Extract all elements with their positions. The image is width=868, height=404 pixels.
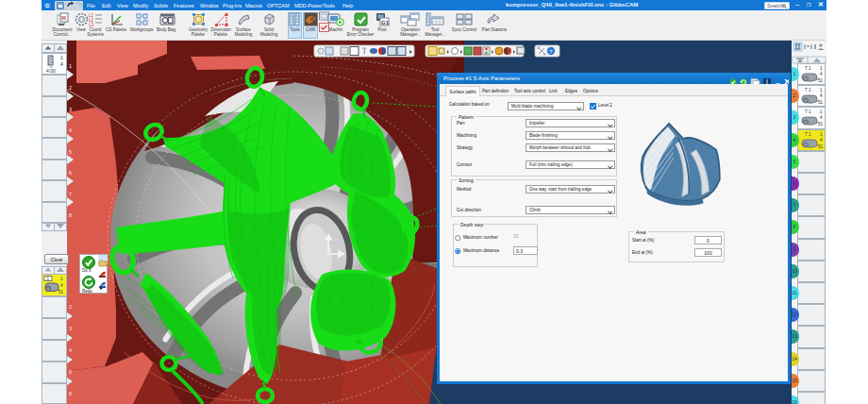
svg-text:L3: L3 [89,23,94,26]
svg-text:1: 1 [69,63,72,69]
svg-text:4: 4 [820,115,823,120]
svg-text:1: 1 [60,55,63,60]
svg-text:T 1: T 1 [805,109,811,114]
svg-text:2: 2 [69,304,72,310]
svg-text:1: 1 [820,66,823,71]
svg-text:4: 4 [820,72,823,76]
svg-text:51: 51 [818,78,824,83]
svg-text:4: 4 [69,127,72,133]
svg-text:1: 1 [820,88,823,93]
svg-text:3: 3 [69,107,72,112]
svg-text:T 1: T 1 [805,88,811,93]
svg-text:G1: G1 [381,20,390,25]
svg-text:5: 5 [69,149,72,155]
svg-text:4: 4 [60,283,63,288]
svg-text:6: 6 [69,170,72,176]
svg-text:4:00: 4:00 [46,68,56,74]
svg-text:T 1: T 1 [805,66,811,71]
svg-text:51: 51 [58,290,64,295]
svg-text:51: 51 [818,122,824,126]
svg-text:2: 2 [69,85,72,91]
svg-text:4: 4 [60,61,63,67]
svg-text:5: 5 [69,369,72,375]
svg-text:1: 1 [820,131,823,136]
svg-text:4: 4 [820,138,823,143]
svg-text:4: 4 [820,93,823,98]
svg-text:T 1: T 1 [805,131,811,136]
svg-text:51: 51 [818,100,824,105]
svg-text:7: 7 [69,192,72,197]
svg-text:6: 6 [69,391,72,396]
svg-text:1: 1 [820,109,823,114]
svg-text:3: 3 [69,326,72,331]
svg-text:4: 4 [69,347,72,353]
svg-text:51: 51 [818,144,824,149]
svg-text:1: 1 [60,277,63,281]
svg-text:8: 8 [69,212,72,218]
